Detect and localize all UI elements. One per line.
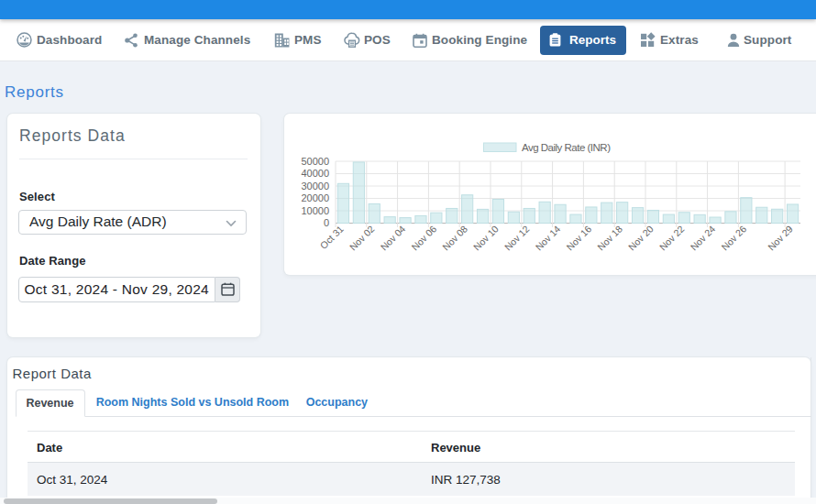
svg-text:Nov 14: Nov 14 xyxy=(533,223,562,252)
svg-text:Nov 26: Nov 26 xyxy=(719,223,748,252)
svg-text:Nov 04: Nov 04 xyxy=(378,223,407,252)
svg-text:Avg Daily Rate (INR): Avg Daily Rate (INR) xyxy=(522,142,611,153)
svg-text:Nov 12: Nov 12 xyxy=(502,223,532,252)
svg-text:10000: 10000 xyxy=(301,205,329,216)
svg-text:Nov 29: Nov 29 xyxy=(766,223,795,252)
svg-text:Nov 18: Nov 18 xyxy=(595,223,624,252)
svg-text:Nov 20: Nov 20 xyxy=(626,223,656,252)
svg-text:Nov 24: Nov 24 xyxy=(688,223,717,252)
svg-text:Nov 06: Nov 06 xyxy=(409,223,438,252)
svg-text:0: 0 xyxy=(324,217,329,228)
svg-text:20000: 20000 xyxy=(301,192,329,203)
svg-text:Nov 22: Nov 22 xyxy=(657,223,687,252)
svg-text:40000: 40000 xyxy=(301,168,329,179)
svg-text:Oct 31: Oct 31 xyxy=(318,223,346,250)
svg-text:50000: 50000 xyxy=(301,156,329,167)
svg-text:Nov 10: Nov 10 xyxy=(471,223,501,252)
svg-text:Nov 16: Nov 16 xyxy=(564,223,593,252)
svg-text:Nov 08: Nov 08 xyxy=(440,223,469,252)
svg-text:30000: 30000 xyxy=(301,181,329,192)
svg-text:Nov 02: Nov 02 xyxy=(347,223,377,252)
